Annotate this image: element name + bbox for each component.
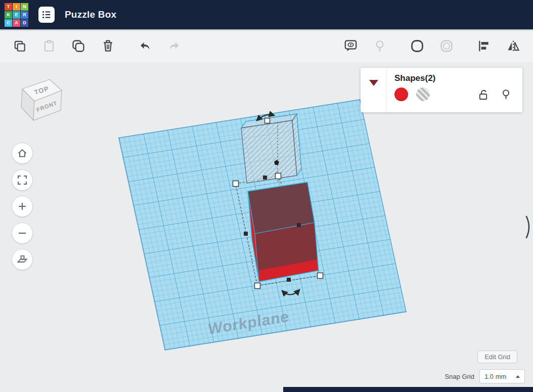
edit-grid-label: Edit Grid — [484, 353, 510, 361]
workplane-label: Workplane — [206, 308, 291, 338]
solid-shape-icon — [410, 39, 424, 53]
tinkercad-logo[interactable]: T I N K E R C A D — [5, 3, 28, 27]
snap-grid-control: Snap Grid 1.0 mm — [445, 369, 525, 383]
snap-grid-value: 1.0 mm — [484, 373, 506, 380]
undo-icon — [139, 39, 152, 53]
scale-handle-mid[interactable] — [244, 232, 248, 236]
snap-grid-label: Snap Grid — [445, 373, 474, 380]
logo-tile: N — [21, 3, 28, 11]
height-handle[interactable] — [265, 118, 270, 123]
logo-tile: E — [13, 11, 20, 19]
scale-handle-corner[interactable] — [318, 273, 323, 279]
home-icon — [17, 148, 28, 159]
chevron-down-icon — [369, 80, 378, 86]
lock-toggle-button[interactable] — [478, 89, 488, 101]
solid-shape-button[interactable] — [406, 34, 429, 58]
align-button[interactable] — [472, 34, 496, 58]
view-cube[interactable]: TOP FRONT — [17, 75, 68, 125]
snap-grid-select[interactable]: 1.0 mm — [479, 369, 525, 383]
lightbulb-icon — [373, 39, 386, 53]
caret-up-icon — [516, 375, 520, 378]
duplicate-button[interactable] — [67, 34, 90, 58]
logo-tile: A — [13, 19, 20, 27]
logo-tile: D — [21, 19, 28, 27]
unlock-icon — [478, 89, 488, 101]
minus-icon — [17, 228, 28, 239]
logo-tile: I — [13, 3, 20, 11]
logo-tile: T — [5, 3, 12, 11]
design-canvas[interactable]: Workplane — [0, 63, 533, 392]
paste-button — [37, 34, 61, 58]
chevron-right-icon — [525, 214, 532, 240]
logo-tile: R — [21, 11, 28, 19]
scale-handle-corner[interactable] — [233, 181, 239, 187]
copy-button[interactable] — [8, 34, 31, 58]
delete-button[interactable] — [96, 34, 119, 58]
mirror-button[interactable] — [502, 34, 525, 58]
scale-handle-mid[interactable] — [297, 223, 301, 227]
notes-button[interactable] — [339, 34, 362, 58]
orthographic-view-icon — [17, 254, 28, 265]
design-title: Puzzle Box — [65, 9, 116, 20]
align-icon — [477, 39, 491, 53]
inspector-title: Shapes(2) — [394, 73, 515, 83]
design-menu-button[interactable] — [38, 7, 55, 23]
trash-icon — [101, 39, 115, 53]
hole-shape-icon — [439, 39, 454, 53]
logo-tile: K — [5, 11, 12, 19]
copy-icon — [13, 39, 26, 53]
tips-button — [368, 34, 391, 58]
list-menu-icon — [41, 9, 52, 20]
notes-icon — [344, 39, 358, 53]
redo-button — [163, 34, 186, 58]
paste-icon — [42, 39, 56, 53]
bottom-dark-strip — [283, 387, 533, 392]
logo-tile: C — [5, 19, 12, 27]
fit-view-icon — [17, 175, 28, 186]
panel-expander-button[interactable] — [525, 214, 533, 240]
plus-icon — [17, 201, 28, 212]
edit-grid-button[interactable]: Edit Grid — [477, 351, 517, 363]
hole-box-front-face[interactable] — [241, 120, 297, 183]
redo-icon — [168, 39, 182, 53]
material-swatch-striped[interactable] — [416, 88, 430, 101]
zoom-in-button[interactable] — [12, 196, 33, 217]
red-box-shape[interactable] — [248, 182, 319, 282]
mirror-icon — [506, 39, 520, 53]
perspective-toggle-button[interactable] — [12, 249, 33, 270]
hole-shape-button — [435, 34, 458, 58]
scale-handle-corner[interactable] — [255, 283, 260, 289]
home-view-button[interactable] — [12, 143, 33, 164]
visibility-toggle-button[interactable] — [501, 89, 511, 101]
app-header: T I N K E R C A D Puzzle Box — [0, 0, 533, 29]
scale-handle-corner[interactable] — [276, 173, 281, 179]
hole-box-shape[interactable] — [241, 114, 301, 183]
scale-handle-mid[interactable] — [263, 176, 267, 180]
fit-view-button[interactable] — [12, 169, 33, 191]
main-toolbar — [0, 29, 533, 63]
undo-button[interactable] — [134, 34, 157, 58]
inspector-collapse-button[interactable] — [361, 68, 387, 112]
color-swatch-red[interactable] — [394, 88, 408, 101]
zoom-out-button[interactable] — [12, 223, 33, 244]
shape-inspector: Shapes(2) — [361, 68, 522, 112]
duplicate-icon — [71, 39, 85, 53]
scale-handle-mid[interactable] — [287, 278, 291, 282]
lightbulb-icon — [501, 89, 511, 101]
